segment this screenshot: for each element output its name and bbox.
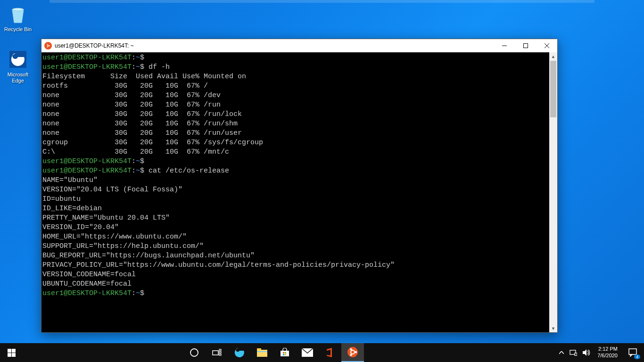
taskbar-ubuntu-icon[interactable] [341, 343, 364, 362]
taskbar-store-icon[interactable] [273, 343, 296, 362]
clock-time: 2:12 PM [597, 346, 618, 353]
svg-rect-16 [12, 353, 16, 357]
svg-rect-21 [219, 354, 221, 355]
svg-rect-10 [523, 44, 528, 48]
recycle-bin-icon [8, 4, 28, 25]
notification-badge: 4 [634, 354, 640, 359]
svg-rect-15 [8, 353, 11, 357]
taskbar: 2:12 PM 7/6/2020 4 [0, 343, 644, 362]
svg-rect-27 [285, 352, 286, 354]
cortana-search-icon[interactable] [183, 343, 206, 362]
taskbar-edge-icon[interactable] [228, 343, 251, 362]
task-view-icon[interactable] [206, 343, 228, 362]
taskbar-office-icon[interactable] [319, 343, 341, 362]
tray-network-icon[interactable] [567, 343, 580, 362]
svg-point-8 [47, 47, 48, 48]
scrollbar-thumb[interactable] [550, 61, 556, 117]
svg-rect-18 [213, 351, 218, 355]
svg-marker-31 [327, 348, 332, 357]
start-button[interactable] [0, 343, 23, 362]
svg-rect-40 [629, 349, 636, 354]
recycle-bin-label: Recycle Bin [1, 26, 35, 33]
svg-point-2 [12, 8, 24, 11]
svg-point-7 [47, 44, 48, 45]
system-tray [556, 343, 594, 362]
svg-rect-38 [575, 353, 577, 355]
scrollbar[interactable]: ▲ ▼ [549, 52, 557, 332]
minimize-button[interactable] [494, 39, 515, 52]
svg-rect-26 [283, 352, 284, 354]
top-highlight [50, 0, 594, 3]
svg-marker-41 [630, 354, 632, 356]
recycle-bin-icon-desktop[interactable]: Recycle Bin [1, 4, 35, 33]
titlebar[interactable]: user1@DESKTOP-LKRK54T: ~ [41, 39, 557, 52]
desktop[interactable]: Recycle Bin Microsoft Edge user1@DESKTOP… [0, 0, 644, 343]
terminal-window: user1@DESKTOP-LKRK54T: ~ user1@DESKTOP-L… [41, 39, 558, 333]
svg-point-6 [49, 45, 50, 46]
svg-rect-29 [285, 354, 286, 355]
svg-rect-19 [219, 349, 221, 351]
scroll-arrow-down-icon[interactable]: ▼ [549, 324, 557, 332]
scroll-arrow-up-icon[interactable]: ▲ [549, 52, 557, 60]
svg-rect-24 [257, 351, 267, 352]
edge-icon [8, 49, 28, 70]
tray-volume-icon[interactable] [580, 343, 594, 362]
svg-rect-28 [283, 354, 284, 355]
taskbar-mail-icon[interactable] [296, 343, 319, 362]
taskbar-file-explorer-icon[interactable] [251, 343, 273, 362]
svg-rect-23 [257, 348, 261, 351]
clock-date: 7/6/2020 [597, 353, 618, 359]
taskbar-clock[interactable]: 2:12 PM 7/6/2020 [594, 343, 621, 362]
svg-rect-13 [8, 349, 11, 353]
svg-rect-22 [257, 350, 267, 357]
maximize-button[interactable] [515, 39, 536, 52]
svg-point-17 [190, 349, 198, 356]
ubuntu-icon [44, 42, 52, 49]
svg-rect-14 [12, 349, 16, 353]
svg-point-36 [350, 354, 352, 356]
edge-label: Microsoft Edge [1, 72, 35, 83]
close-button[interactable] [536, 39, 557, 52]
window-title: user1@DESKTOP-LKRK54T: ~ [55, 42, 494, 49]
terminal-output[interactable]: user1@DESKTOP-LKRK54T:~$ user1@DESKTOP-L… [41, 52, 549, 332]
svg-point-34 [355, 351, 357, 353]
microsoft-edge-icon-desktop[interactable]: Microsoft Edge [1, 49, 35, 83]
svg-point-35 [350, 348, 352, 350]
action-center-icon[interactable]: 4 [621, 343, 644, 362]
svg-rect-20 [219, 352, 221, 353]
svg-marker-39 [583, 349, 586, 356]
tray-chevron-up-icon[interactable] [556, 343, 567, 362]
